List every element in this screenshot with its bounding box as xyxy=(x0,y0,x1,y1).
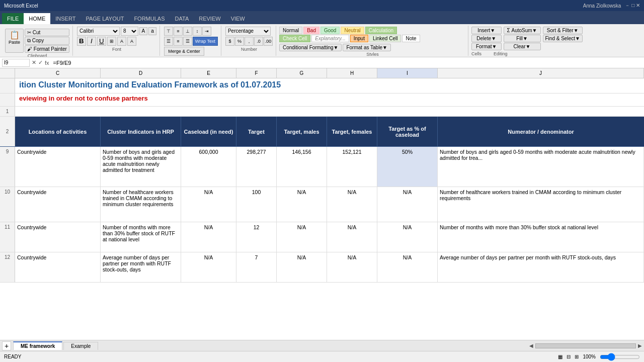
row-11-caseload[interactable]: N/A xyxy=(181,222,236,252)
align-center-button[interactable]: ≡ xyxy=(174,37,183,46)
cut-button[interactable]: ✂ Cut xyxy=(25,29,69,36)
scroll-left-icon[interactable]: ◀ xyxy=(529,343,533,348)
row-9-target[interactable]: 298,277 xyxy=(236,147,277,187)
tab-data[interactable]: DATA xyxy=(170,13,194,24)
text-direction-button[interactable]: ↕ xyxy=(193,27,202,36)
sort-filter-button[interactable]: Sort & Filter▼ xyxy=(543,27,583,34)
row-11-numerator[interactable]: Number of months with more than 30% buff… xyxy=(438,222,644,252)
data-row-10[interactable]: 10 Countrywide Number of healthcare work… xyxy=(0,187,644,222)
window-controls[interactable]: － □ ✕ xyxy=(625,2,640,9)
percent-button[interactable]: % xyxy=(235,37,244,46)
cell-reference-input[interactable]: I9 xyxy=(2,59,30,67)
font-color-button[interactable]: A xyxy=(127,37,136,46)
row-9-females[interactable]: 152,121 xyxy=(327,147,377,187)
row-9-location[interactable]: Countrywide xyxy=(15,147,101,187)
indent-button[interactable]: ⇥ xyxy=(202,27,211,36)
page-break-icon[interactable]: ⊞ xyxy=(575,354,579,359)
align-right-button[interactable]: ☰ xyxy=(183,37,192,46)
fill-button[interactable]: Fill▼ xyxy=(504,35,541,42)
font-family-select[interactable]: Calibri xyxy=(77,27,120,36)
insert-function-icon[interactable]: fx xyxy=(45,60,49,66)
col-header-e[interactable]: E xyxy=(181,68,236,78)
data-row-9[interactable]: 9 Countrywide Number of boys and girls a… xyxy=(0,147,644,187)
font-size-select[interactable]: 8 xyxy=(121,27,138,36)
number-format-select[interactable]: Percentage xyxy=(225,27,271,36)
page-layout-icon[interactable]: ⊟ xyxy=(567,354,571,359)
format-as-table-button[interactable]: Format as Table▼ xyxy=(343,44,390,51)
row-10-target[interactable]: 100 xyxy=(236,187,277,222)
row-10-indicator[interactable]: Number of healthcare workers trained in … xyxy=(101,187,181,222)
row-12-females[interactable]: N/A xyxy=(327,252,377,282)
comma-button[interactable]: , xyxy=(245,37,254,46)
row-12-target[interactable]: 7 xyxy=(236,252,277,282)
row-10-numerator[interactable]: Number of healthcare workers trained in … xyxy=(438,187,644,222)
row-9-caseload[interactable]: 600,000 xyxy=(181,147,236,187)
col-header-h[interactable]: H xyxy=(327,68,377,78)
formula-input[interactable]: =F9/E9 xyxy=(51,60,642,66)
tab-formulas[interactable]: FORMULAS xyxy=(129,13,170,24)
col-header-d[interactable]: D xyxy=(101,68,181,78)
horizontal-scrollbar[interactable] xyxy=(535,343,636,348)
row-12-pct[interactable]: N/A xyxy=(377,252,438,282)
find-select-button[interactable]: Find & Select▼ xyxy=(543,35,583,42)
row-11-pct[interactable]: N/A xyxy=(377,222,438,252)
paste-button[interactable]: 📋 Paste xyxy=(5,29,24,53)
merge-center-button[interactable]: Merge & Center xyxy=(164,47,204,56)
row-12-caseload[interactable]: N/A xyxy=(181,252,236,282)
clear-button[interactable]: Clear▼ xyxy=(504,43,541,50)
col-header-i[interactable]: I xyxy=(377,68,438,78)
tab-insert[interactable]: INSERT xyxy=(50,13,80,24)
row-11-indicator[interactable]: Number of months with more than 30% buff… xyxy=(101,222,181,252)
row-9-numerator[interactable]: Number of boys and girls aged 0-59 month… xyxy=(438,147,644,187)
row-10-location[interactable]: Countrywide xyxy=(15,187,101,222)
currency-button[interactable]: $ xyxy=(225,37,234,46)
row-12-numerator[interactable]: Average number of days per partner per m… xyxy=(438,252,644,282)
tab-file[interactable]: FILE xyxy=(2,13,24,24)
row-12-location[interactable]: Countrywide xyxy=(15,252,101,282)
italic-button[interactable]: I xyxy=(87,37,96,46)
col-header-g[interactable]: G xyxy=(277,68,327,78)
align-top-button[interactable]: ⊤ xyxy=(164,27,173,36)
fill-color-button[interactable]: A xyxy=(117,37,126,46)
conditional-formatting-button[interactable]: Conditional Formatting▼ xyxy=(279,44,342,51)
font-shrink-button[interactable]: a xyxy=(148,27,156,35)
tab-review[interactable]: REVIEW xyxy=(194,13,225,24)
col-header-j[interactable]: J xyxy=(438,68,644,78)
row-12-indicator[interactable]: Average number of days per partner per m… xyxy=(101,252,181,282)
align-middle-button[interactable]: ≡ xyxy=(174,27,183,36)
scroll-right-icon[interactable]: ▶ xyxy=(638,343,642,348)
confirm-formula-icon[interactable]: ✓ xyxy=(38,59,43,66)
autosum-button[interactable]: Σ AutoSum▼ xyxy=(504,27,541,34)
wrap-text-button[interactable]: Wrap Text xyxy=(193,37,218,46)
sheet-tab-me-framework[interactable]: ME framework xyxy=(13,341,62,350)
delete-button[interactable]: Delete▼ xyxy=(471,35,502,42)
add-sheet-button[interactable]: + xyxy=(2,341,11,350)
tab-view[interactable]: VIEW xyxy=(226,13,250,24)
format-painter-button[interactable]: 🖌 Format Painter xyxy=(25,45,69,53)
row-11-location[interactable]: Countrywide xyxy=(15,222,101,252)
zoom-slider[interactable] xyxy=(600,354,640,359)
col-header-f[interactable]: F xyxy=(236,68,277,78)
align-bottom-button[interactable]: ⊥ xyxy=(183,27,192,36)
row-11-males[interactable]: N/A xyxy=(277,222,327,252)
decrease-decimal-button[interactable]: .00 xyxy=(264,37,273,46)
tab-home[interactable]: HOME xyxy=(24,13,50,24)
cancel-formula-icon[interactable]: ✕ xyxy=(32,59,36,66)
row-11-females[interactable]: N/A xyxy=(327,222,377,252)
row-9-pct[interactable]: 50% xyxy=(377,147,438,187)
sheet-tab-example[interactable]: Example xyxy=(63,342,98,350)
copy-button[interactable]: ⧉ Copy xyxy=(25,37,69,45)
row-10-females[interactable]: N/A xyxy=(327,187,377,222)
row-9-indicator[interactable]: Number of boys and girls aged 0-59 month… xyxy=(101,147,181,187)
tab-page-layout[interactable]: PAGE LAYOUT xyxy=(80,13,129,24)
row-10-pct[interactable]: N/A xyxy=(377,187,438,222)
col-header-c[interactable]: C xyxy=(15,68,101,78)
data-row-12[interactable]: 12 Countrywide Average number of days pe… xyxy=(0,252,644,283)
row-11-target[interactable]: 12 xyxy=(236,222,277,252)
align-left-button[interactable]: ☰ xyxy=(164,37,173,46)
normal-view-icon[interactable]: ▦ xyxy=(558,354,562,359)
increase-decimal-button[interactable]: .0 xyxy=(254,37,263,46)
row-10-males[interactable]: N/A xyxy=(277,187,327,222)
underline-button[interactable]: U xyxy=(97,37,106,46)
row-12-males[interactable]: N/A xyxy=(277,252,327,282)
